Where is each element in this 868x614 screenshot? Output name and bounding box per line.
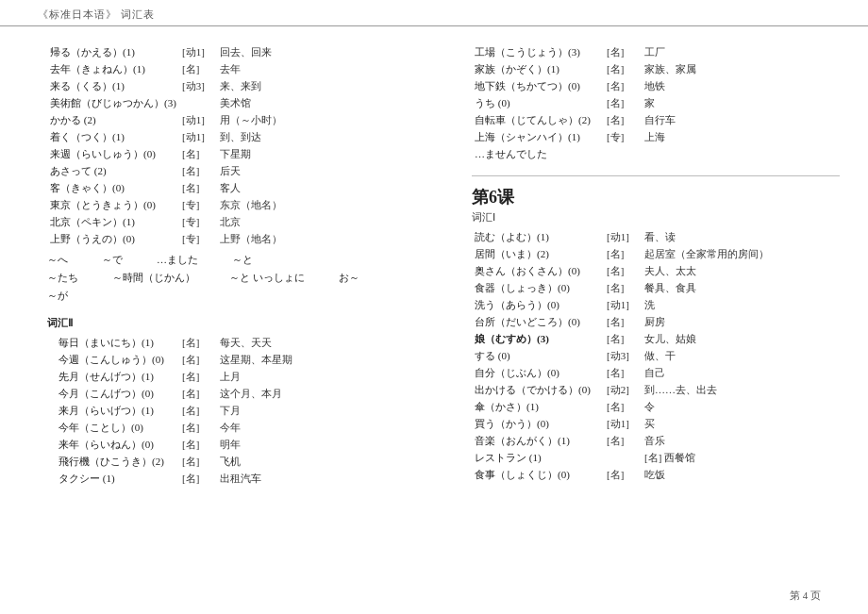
jp-term: 北京（ペキン）(1) <box>47 213 179 230</box>
section-divider <box>472 175 840 176</box>
jp-term: 先月（せんげつ）(1) <box>47 368 179 385</box>
table-row: 来週（らいしゅう）(0) [名] 下星期 <box>47 145 443 162</box>
jp-term: 地下鉄（ちかてつ）(0) <box>472 77 604 94</box>
vocab2-table: 毎日（まいにち）(1) [名] 每天、天天 今週（こんしゅう）(0) [名] 这… <box>47 334 443 487</box>
pos-label: [名] <box>179 402 217 419</box>
cn-meaning: 上月 <box>217 368 443 385</box>
pos-label: [动2] <box>604 381 642 398</box>
jp-term: 音楽（おんがく）(1) <box>472 432 604 449</box>
jp-term: 着く（つく）(1) <box>47 128 179 145</box>
jp-term: 上海（シャンハイ）(1) <box>472 128 604 145</box>
jp-term: タクシー (1) <box>47 470 179 487</box>
pos-label: [专] <box>179 213 217 230</box>
cn-meaning: 下月 <box>217 402 443 419</box>
cn-meaning <box>642 145 840 162</box>
pos-label: [名] <box>604 43 642 60</box>
jp-term: …ませんでした <box>472 145 604 162</box>
table-row: 来年（らいねん）(0) [名] 明年 <box>47 436 443 453</box>
table-row: 帰る（かえる）(1) [动1] 回去、回来 <box>47 43 443 60</box>
pos-label: [名] <box>179 162 217 179</box>
grammar-item: ～が <box>47 289 68 303</box>
jp-term: 食器（しょっき）(0) <box>472 279 604 296</box>
pos-label: [名] <box>179 334 217 351</box>
table-row: 読む（よむ）(1) [动1] 看、读 <box>472 228 840 245</box>
table-row: 台所（だいどころ）(0) [名] 厨房 <box>472 313 840 330</box>
jp-term: 美術館（びじゅつかん）(3) <box>47 94 179 111</box>
pos-label <box>604 145 642 162</box>
jp-term: 毎日（まいにち）(1) <box>47 334 179 351</box>
vocab1-label: 词汇Ⅰ <box>472 210 840 224</box>
vocab1-table: 帰る（かえる）(1) [动1] 回去、回来 去年（きょねん）(1) [名] 去年… <box>47 43 443 247</box>
pos-label: [动3] <box>179 77 217 94</box>
cn-meaning: 自行车 <box>642 111 840 128</box>
jp-term: 今月（こんげつ）(0) <box>47 385 179 402</box>
table-row: 今月（こんげつ）(0) [名] 这个月、本月 <box>47 385 443 402</box>
jp-term: 来週（らいしゅう）(0) <box>47 145 179 162</box>
pos-label: [动3] <box>604 347 642 364</box>
grammar-item: ～で <box>102 253 123 267</box>
pos-label: [专] <box>179 196 217 213</box>
right-column: 工場（こうじょう）(3) [名] 工厂 家族（かぞく）(1) [名] 家族、家属… <box>443 43 840 490</box>
pos-label: [名] <box>179 60 217 77</box>
jp-term: 工場（こうじょう）(3) <box>472 43 604 60</box>
grammar-section: ～へ～で…ました～と～たち～時間（じかん）～と いっしょにお～～が <box>47 253 443 303</box>
pos-label: [名] <box>179 351 217 368</box>
jp-term: 奥さん（おくさん）(0) <box>472 262 604 279</box>
cn-meaning: 洗 <box>642 296 840 313</box>
table-row: 傘（かさ）(1) [名] 令 <box>472 398 840 415</box>
pos-label: [名] <box>604 364 642 381</box>
jp-term: 上野（うえの）(0) <box>47 230 179 247</box>
page-header-title: 《标准日本语》 词汇表 <box>38 8 155 22</box>
right-top-table: 工場（こうじょう）(3) [名] 工厂 家族（かぞく）(1) [名] 家族、家属… <box>472 43 840 162</box>
cn-meaning: 北京 <box>217 213 443 230</box>
grammar-row: ～へ～で…ました～と <box>47 253 443 267</box>
cn-meaning: 地铁 <box>642 77 840 94</box>
pos-label: [名] <box>179 385 217 402</box>
page-footer: 第 4 页 <box>790 589 821 603</box>
pos-label: [名] <box>179 419 217 436</box>
table-row: 洗う（あらう）(0) [动1] 洗 <box>472 296 840 313</box>
cn-meaning: 餐具、食具 <box>642 279 840 296</box>
cn-meaning: 买 <box>642 415 840 432</box>
grammar-item: ～たち <box>47 271 78 285</box>
cn-meaning: 上野（地名） <box>217 230 443 247</box>
table-row: かかる (2) [动1] 用（～小时） <box>47 111 443 128</box>
grammar-item: ～と <box>232 253 253 267</box>
cn-meaning: 工厂 <box>642 43 840 60</box>
jp-term: あさって (2) <box>47 162 179 179</box>
cn-meaning: 今年 <box>217 419 443 436</box>
table-row: 自転車（じてんしゃ）(2) [名] 自行车 <box>472 111 840 128</box>
table-row: 先月（せんげつ）(1) [名] 上月 <box>47 368 443 385</box>
grammar-item: ～へ <box>47 253 68 267</box>
cn-meaning: 做、干 <box>642 347 840 364</box>
pos-label: [名] <box>604 245 642 262</box>
table-row: …ませんでした <box>472 145 840 162</box>
pos-label: [名] <box>604 279 642 296</box>
lesson-title: 第6课 <box>472 186 840 208</box>
pos-label: [动1] <box>179 43 217 60</box>
cn-meaning: 客人 <box>217 179 443 196</box>
pos-label: [动1] <box>604 415 642 432</box>
pos-label: [名] <box>604 60 642 77</box>
jp-term: 来る（くる）(1) <box>47 77 179 94</box>
cn-meaning: 下星期 <box>217 145 443 162</box>
cn-meaning: 每天、天天 <box>217 334 443 351</box>
jp-term: 今年（ことし）(0) <box>47 419 179 436</box>
cn-meaning: 用（～小时） <box>217 111 443 128</box>
pos-label: [名] <box>179 145 217 162</box>
right-vocab1-table: 読む（よむ）(1) [动1] 看、读 居間（いま）(2) [名] 起居室（全家常… <box>472 228 840 483</box>
pos-label: [名] <box>604 77 642 94</box>
table-row: 出かける（でかける）(0) [动2] 到……去、出去 <box>472 381 840 398</box>
jp-term: 飛行機（ひこうき）(2) <box>47 453 179 470</box>
cn-meaning: 飞机 <box>217 453 443 470</box>
cn-meaning: 这星期、本星期 <box>217 351 443 368</box>
table-row: 東京（とうきょう）(0) [专] 东京（地名） <box>47 196 443 213</box>
cn-meaning: 自己 <box>642 364 840 381</box>
pos-label: [动1] <box>604 296 642 313</box>
table-row: 北京（ペキン）(1) [专] 北京 <box>47 213 443 230</box>
grammar-item: お～ <box>339 271 359 285</box>
table-row: 上野（うえの）(0) [专] 上野（地名） <box>47 230 443 247</box>
table-row: 上海（シャンハイ）(1) [专] 上海 <box>472 128 840 145</box>
vocab2-section-title: 词汇Ⅱ <box>47 316 443 330</box>
jp-term: 東京（とうきょう）(0) <box>47 196 179 213</box>
